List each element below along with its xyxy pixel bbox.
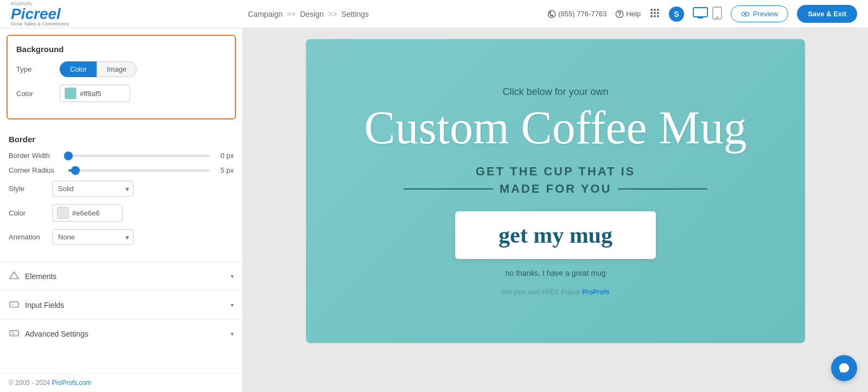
svg-rect-8	[657, 12, 659, 14]
corner-radius-track[interactable]	[68, 169, 210, 172]
border-width-slider[interactable]	[68, 155, 210, 157]
breadcrumb-campaign[interactable]: Campaign	[248, 10, 283, 18]
elements-section: Elements ▾	[0, 262, 242, 290]
corner-radius-slider[interactable]	[68, 169, 210, 172]
user-avatar[interactable]: S	[669, 7, 684, 22]
help-link[interactable]: Help	[615, 10, 641, 18]
svg-marker-16	[10, 272, 18, 279]
advanced-settings-accordion-header[interactable]: Advanced Settings ▾	[0, 320, 242, 348]
popup-divider-right	[618, 188, 707, 189]
elements-label: Elements	[25, 272, 56, 281]
corner-radius-label: Corner Radius	[9, 166, 68, 174]
svg-rect-7	[654, 12, 655, 14]
phone-icon	[547, 10, 556, 18]
popup-btn-wrapper: get my mug	[455, 211, 656, 259]
advanced-settings-section: Advanced Settings ▾	[0, 319, 242, 348]
border-color-row: Color #e6e6e6	[9, 204, 234, 222]
corner-radius-value: 5 px	[210, 166, 234, 174]
popup-cta-button[interactable]: get my mug	[455, 211, 656, 259]
help-icon	[615, 10, 624, 18]
border-style-select[interactable]: SolidDashedDottedNone	[52, 181, 133, 197]
border-color-value: #e6e6e6	[72, 209, 100, 217]
border-color-label: Color	[9, 209, 52, 217]
type-row: Type Color Image	[16, 61, 226, 77]
input-fields-chevron-icon: ▾	[231, 301, 234, 309]
save-exit-button[interactable]: Save & Exit	[797, 5, 857, 23]
top-right: (855) 776-7763 Help S Preview Save & Exi…	[547, 5, 857, 23]
breadcrumb-sep1: >>	[287, 10, 296, 18]
input-fields-label: Input Fields	[25, 301, 64, 309]
animation-select[interactable]: NoneFadeSlideBounce	[52, 229, 133, 245]
popup-divider-left	[404, 188, 493, 189]
animation-label: Animation	[9, 233, 52, 241]
bg-color-label: Color	[16, 90, 60, 98]
popup-skip[interactable]: no thanks, I have a great mug	[505, 269, 605, 277]
svg-rect-17	[10, 302, 18, 307]
image-type-button[interactable]: Image	[97, 61, 137, 77]
bg-color-value: #ff8af5	[80, 90, 101, 98]
svg-rect-6	[650, 12, 652, 14]
breadcrumb: Campaign >> Design >> Settings	[248, 10, 369, 18]
phone-help: (855) 776-7763 Help	[547, 10, 641, 18]
border-section: Border Border Width 0 px Corner Radius	[0, 126, 242, 262]
preview-area: Click below for your own Custom Coffee M…	[243, 28, 868, 392]
proprofs-link[interactable]: ProProfs.com	[52, 379, 92, 387]
elements-chevron-icon: ▾	[231, 273, 234, 280]
border-color-input[interactable]: #e6e6e6	[52, 204, 123, 222]
desktop-icon[interactable]	[693, 7, 708, 21]
chat-bubble[interactable]	[831, 355, 857, 381]
svg-rect-3	[650, 9, 652, 11]
popup-footer-text: Get your own FREE Popup	[501, 288, 580, 296]
svg-rect-10	[654, 15, 655, 17]
popup-footer-brand: ProProfs	[582, 288, 610, 296]
popup-tagline1: GET THE CUP THAT IS	[476, 165, 636, 179]
type-toggle: Color Image	[60, 61, 137, 77]
popup-footer: Get your own FREE Popup ProProfs	[501, 288, 609, 296]
breadcrumb-sep2: >>	[328, 10, 337, 18]
copyright-text: © 2005 - 2024	[9, 379, 50, 387]
color-type-button[interactable]: Color	[60, 61, 97, 77]
border-style-row: Style SolidDashedDottedNone ▾	[9, 181, 234, 197]
breadcrumb-design[interactable]: Design	[300, 10, 324, 18]
breadcrumb-settings[interactable]: Settings	[341, 10, 369, 18]
svg-point-15	[744, 13, 746, 15]
background-title: Background	[16, 45, 226, 54]
device-icons	[693, 7, 722, 21]
svg-rect-11	[657, 15, 659, 17]
color-row: Color #ff8af5	[16, 85, 226, 102]
animation-row: Animation NoneFadeSlideBounce ▾	[9, 229, 234, 245]
tablet-icon[interactable]	[712, 7, 722, 21]
elements-accordion-header[interactable]: Elements ▾	[0, 262, 242, 290]
border-color-swatch[interactable]	[57, 207, 69, 219]
grid-icon[interactable]	[649, 8, 660, 20]
popup-subtitle: Click below for your own	[502, 86, 608, 98]
border-width-track[interactable]	[68, 155, 210, 157]
svg-rect-12	[693, 8, 707, 17]
svg-rect-5	[657, 9, 659, 11]
phone-link[interactable]: (855) 776-7763	[547, 10, 607, 18]
svg-rect-19	[10, 331, 18, 336]
svg-point-2	[620, 16, 620, 16]
popup-container: Click below for your own Custom Coffee M…	[306, 39, 805, 343]
input-fields-accordion-header[interactable]: Input Fields ▾	[0, 291, 242, 319]
svg-point-14	[717, 17, 718, 18]
logo-picreel[interactable]: Picreel	[11, 7, 69, 22]
eye-icon	[741, 11, 750, 17]
popup-title: Custom Coffee Mug	[364, 102, 747, 154]
border-title: Border	[9, 135, 234, 144]
sidebar-footer: © 2005 - 2024 ProProfs.com	[0, 373, 242, 392]
background-section: Background Type Color Image Color #ff8af…	[7, 35, 236, 119]
animation-wrapper: NoneFadeSlideBounce ▾	[52, 229, 133, 245]
input-fields-icon	[9, 300, 20, 311]
border-width-value: 0 px	[210, 151, 234, 160]
border-width-row: Border Width 0 px	[9, 151, 234, 160]
logo: ProProfs Picreel Grow Sales & Conversion…	[11, 2, 69, 27]
advanced-settings-label: Advanced Settings	[25, 330, 88, 338]
bg-color-input[interactable]: #ff8af5	[60, 85, 130, 102]
type-label: Type	[16, 65, 60, 73]
preview-button[interactable]: Preview	[731, 5, 788, 22]
border-style-label: Style	[9, 185, 52, 193]
popup-divider-row: MADE FOR YOU	[404, 182, 707, 196]
advanced-settings-chevron-icon: ▾	[231, 330, 234, 338]
bg-color-swatch[interactable]	[65, 87, 76, 99]
